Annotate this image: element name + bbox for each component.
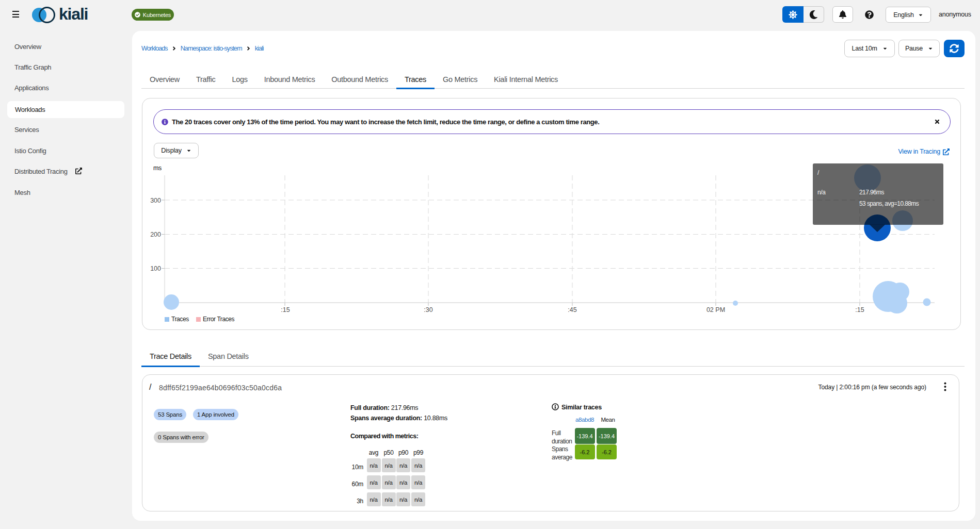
svg-text:02 PM: 02 PM <box>706 306 725 313</box>
svg-text:217.96ms: 217.96ms <box>859 189 884 196</box>
svg-text:53 spans, avg=10.88ms: 53 spans, avg=10.88ms <box>859 200 919 207</box>
svg-text::15: :15 <box>281 306 290 313</box>
svg-text:Error Traces: Error Traces <box>203 316 235 323</box>
svg-text:ms: ms <box>153 164 162 172</box>
svg-text:n/a: n/a <box>817 189 826 196</box>
svg-text:Traces: Traces <box>171 316 189 323</box>
svg-text:100: 100 <box>150 265 161 272</box>
svg-text::30: :30 <box>424 306 432 313</box>
svg-text:200: 200 <box>150 231 161 238</box>
svg-text:300: 300 <box>150 197 161 204</box>
svg-text::15: :15 <box>855 306 864 313</box>
svg-text::45: :45 <box>568 306 576 313</box>
